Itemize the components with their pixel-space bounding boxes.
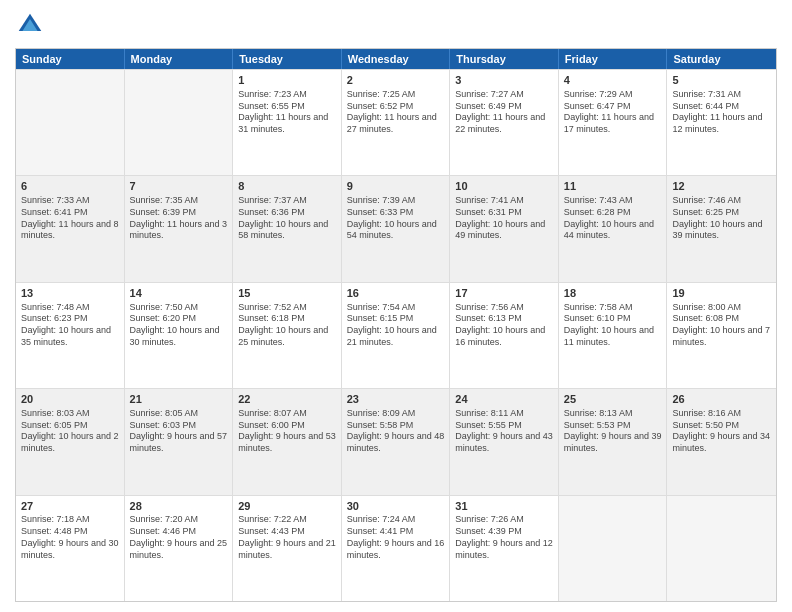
calendar-cell: 25Sunrise: 8:13 AM Sunset: 5:53 PM Dayli… <box>559 389 668 494</box>
day-number: 15 <box>238 286 336 301</box>
day-number: 10 <box>455 179 553 194</box>
day-number: 29 <box>238 499 336 514</box>
header <box>15 10 777 40</box>
cell-info: Sunrise: 7:27 AM Sunset: 6:49 PM Dayligh… <box>455 89 553 136</box>
cell-info: Sunrise: 7:52 AM Sunset: 6:18 PM Dayligh… <box>238 302 336 349</box>
cell-info: Sunrise: 7:43 AM Sunset: 6:28 PM Dayligh… <box>564 195 662 242</box>
cell-info: Sunrise: 8:13 AM Sunset: 5:53 PM Dayligh… <box>564 408 662 455</box>
cell-info: Sunrise: 7:18 AM Sunset: 4:48 PM Dayligh… <box>21 514 119 561</box>
day-number: 6 <box>21 179 119 194</box>
day-number: 27 <box>21 499 119 514</box>
calendar-cell <box>667 496 776 601</box>
cell-info: Sunrise: 7:20 AM Sunset: 4:46 PM Dayligh… <box>130 514 228 561</box>
header-day-wednesday: Wednesday <box>342 49 451 69</box>
day-number: 30 <box>347 499 445 514</box>
day-number: 7 <box>130 179 228 194</box>
header-day-tuesday: Tuesday <box>233 49 342 69</box>
cell-info: Sunrise: 7:26 AM Sunset: 4:39 PM Dayligh… <box>455 514 553 561</box>
day-number: 22 <box>238 392 336 407</box>
calendar-cell: 5Sunrise: 7:31 AM Sunset: 6:44 PM Daylig… <box>667 70 776 175</box>
calendar-cell: 19Sunrise: 8:00 AM Sunset: 6:08 PM Dayli… <box>667 283 776 388</box>
day-number: 12 <box>672 179 771 194</box>
day-number: 23 <box>347 392 445 407</box>
calendar-cell: 12Sunrise: 7:46 AM Sunset: 6:25 PM Dayli… <box>667 176 776 281</box>
cell-info: Sunrise: 7:46 AM Sunset: 6:25 PM Dayligh… <box>672 195 771 242</box>
cell-info: Sunrise: 7:58 AM Sunset: 6:10 PM Dayligh… <box>564 302 662 349</box>
day-number: 28 <box>130 499 228 514</box>
calendar-cell: 14Sunrise: 7:50 AM Sunset: 6:20 PM Dayli… <box>125 283 234 388</box>
calendar-cell: 10Sunrise: 7:41 AM Sunset: 6:31 PM Dayli… <box>450 176 559 281</box>
calendar-cell: 13Sunrise: 7:48 AM Sunset: 6:23 PM Dayli… <box>16 283 125 388</box>
day-number: 3 <box>455 73 553 88</box>
cell-info: Sunrise: 7:56 AM Sunset: 6:13 PM Dayligh… <box>455 302 553 349</box>
header-day-friday: Friday <box>559 49 668 69</box>
calendar-cell: 16Sunrise: 7:54 AM Sunset: 6:15 PM Dayli… <box>342 283 451 388</box>
calendar-cell: 8Sunrise: 7:37 AM Sunset: 6:36 PM Daylig… <box>233 176 342 281</box>
cell-info: Sunrise: 7:35 AM Sunset: 6:39 PM Dayligh… <box>130 195 228 242</box>
day-number: 8 <box>238 179 336 194</box>
calendar-cell: 18Sunrise: 7:58 AM Sunset: 6:10 PM Dayli… <box>559 283 668 388</box>
calendar-cell: 20Sunrise: 8:03 AM Sunset: 6:05 PM Dayli… <box>16 389 125 494</box>
calendar-cell: 31Sunrise: 7:26 AM Sunset: 4:39 PM Dayli… <box>450 496 559 601</box>
cell-info: Sunrise: 7:24 AM Sunset: 4:41 PM Dayligh… <box>347 514 445 561</box>
calendar-cell <box>16 70 125 175</box>
header-day-monday: Monday <box>125 49 234 69</box>
day-number: 1 <box>238 73 336 88</box>
cell-info: Sunrise: 7:33 AM Sunset: 6:41 PM Dayligh… <box>21 195 119 242</box>
calendar-cell: 23Sunrise: 8:09 AM Sunset: 5:58 PM Dayli… <box>342 389 451 494</box>
calendar-cell: 4Sunrise: 7:29 AM Sunset: 6:47 PM Daylig… <box>559 70 668 175</box>
cell-info: Sunrise: 8:03 AM Sunset: 6:05 PM Dayligh… <box>21 408 119 455</box>
calendar-row-3: 20Sunrise: 8:03 AM Sunset: 6:05 PM Dayli… <box>16 388 776 494</box>
cell-info: Sunrise: 8:07 AM Sunset: 6:00 PM Dayligh… <box>238 408 336 455</box>
day-number: 17 <box>455 286 553 301</box>
cell-info: Sunrise: 8:00 AM Sunset: 6:08 PM Dayligh… <box>672 302 771 349</box>
day-number: 20 <box>21 392 119 407</box>
day-number: 26 <box>672 392 771 407</box>
calendar-cell: 30Sunrise: 7:24 AM Sunset: 4:41 PM Dayli… <box>342 496 451 601</box>
calendar-row-4: 27Sunrise: 7:18 AM Sunset: 4:48 PM Dayli… <box>16 495 776 601</box>
calendar-cell: 2Sunrise: 7:25 AM Sunset: 6:52 PM Daylig… <box>342 70 451 175</box>
calendar-cell: 21Sunrise: 8:05 AM Sunset: 6:03 PM Dayli… <box>125 389 234 494</box>
day-number: 5 <box>672 73 771 88</box>
cell-info: Sunrise: 8:05 AM Sunset: 6:03 PM Dayligh… <box>130 408 228 455</box>
day-number: 4 <box>564 73 662 88</box>
calendar-row-2: 13Sunrise: 7:48 AM Sunset: 6:23 PM Dayli… <box>16 282 776 388</box>
calendar-cell: 26Sunrise: 8:16 AM Sunset: 5:50 PM Dayli… <box>667 389 776 494</box>
cell-info: Sunrise: 7:29 AM Sunset: 6:47 PM Dayligh… <box>564 89 662 136</box>
calendar-cell: 9Sunrise: 7:39 AM Sunset: 6:33 PM Daylig… <box>342 176 451 281</box>
day-number: 11 <box>564 179 662 194</box>
calendar-cell: 1Sunrise: 7:23 AM Sunset: 6:55 PM Daylig… <box>233 70 342 175</box>
calendar-row-1: 6Sunrise: 7:33 AM Sunset: 6:41 PM Daylig… <box>16 175 776 281</box>
logo-icon <box>15 10 45 40</box>
calendar-cell: 6Sunrise: 7:33 AM Sunset: 6:41 PM Daylig… <box>16 176 125 281</box>
day-number: 21 <box>130 392 228 407</box>
header-day-sunday: Sunday <box>16 49 125 69</box>
calendar-cell: 22Sunrise: 8:07 AM Sunset: 6:00 PM Dayli… <box>233 389 342 494</box>
cell-info: Sunrise: 8:09 AM Sunset: 5:58 PM Dayligh… <box>347 408 445 455</box>
calendar-cell <box>125 70 234 175</box>
cell-info: Sunrise: 7:37 AM Sunset: 6:36 PM Dayligh… <box>238 195 336 242</box>
cell-info: Sunrise: 7:31 AM Sunset: 6:44 PM Dayligh… <box>672 89 771 136</box>
day-number: 18 <box>564 286 662 301</box>
calendar-cell: 7Sunrise: 7:35 AM Sunset: 6:39 PM Daylig… <box>125 176 234 281</box>
calendar-cell <box>559 496 668 601</box>
cell-info: Sunrise: 7:41 AM Sunset: 6:31 PM Dayligh… <box>455 195 553 242</box>
cell-info: Sunrise: 7:23 AM Sunset: 6:55 PM Dayligh… <box>238 89 336 136</box>
day-number: 16 <box>347 286 445 301</box>
calendar-cell: 27Sunrise: 7:18 AM Sunset: 4:48 PM Dayli… <box>16 496 125 601</box>
calendar: SundayMondayTuesdayWednesdayThursdayFrid… <box>15 48 777 602</box>
logo <box>15 10 49 40</box>
header-day-thursday: Thursday <box>450 49 559 69</box>
header-day-saturday: Saturday <box>667 49 776 69</box>
calendar-cell: 24Sunrise: 8:11 AM Sunset: 5:55 PM Dayli… <box>450 389 559 494</box>
cell-info: Sunrise: 7:22 AM Sunset: 4:43 PM Dayligh… <box>238 514 336 561</box>
calendar-cell: 17Sunrise: 7:56 AM Sunset: 6:13 PM Dayli… <box>450 283 559 388</box>
cell-info: Sunrise: 7:25 AM Sunset: 6:52 PM Dayligh… <box>347 89 445 136</box>
page: SundayMondayTuesdayWednesdayThursdayFrid… <box>0 0 792 612</box>
calendar-body: 1Sunrise: 7:23 AM Sunset: 6:55 PM Daylig… <box>16 69 776 601</box>
day-number: 9 <box>347 179 445 194</box>
cell-info: Sunrise: 7:39 AM Sunset: 6:33 PM Dayligh… <box>347 195 445 242</box>
cell-info: Sunrise: 7:54 AM Sunset: 6:15 PM Dayligh… <box>347 302 445 349</box>
day-number: 31 <box>455 499 553 514</box>
calendar-row-0: 1Sunrise: 7:23 AM Sunset: 6:55 PM Daylig… <box>16 69 776 175</box>
